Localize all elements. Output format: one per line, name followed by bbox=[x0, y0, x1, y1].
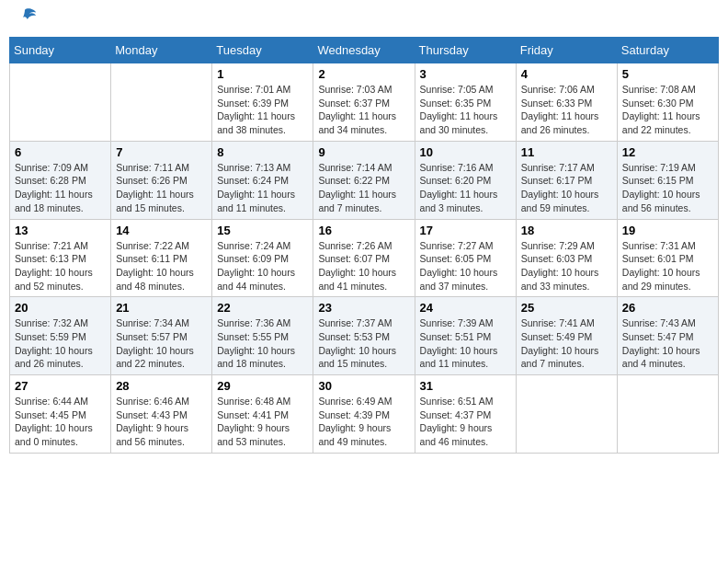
calendar-cell: 16Sunrise: 7:26 AMSunset: 6:07 PMDayligh… bbox=[313, 219, 415, 297]
day-number: 24 bbox=[420, 301, 511, 315]
day-info: Sunrise: 7:19 AMSunset: 6:15 PMDaylight:… bbox=[622, 161, 713, 215]
calendar-cell: 23Sunrise: 7:37 AMSunset: 5:53 PMDayligh… bbox=[313, 297, 415, 375]
calendar-cell: 17Sunrise: 7:27 AMSunset: 6:05 PMDayligh… bbox=[415, 219, 516, 297]
calendar-header-wednesday: Wednesday bbox=[313, 38, 415, 63]
logo bbox=[9, 9, 38, 28]
day-info: Sunrise: 7:39 AMSunset: 5:51 PMDaylight:… bbox=[420, 316, 511, 371]
day-number: 11 bbox=[521, 145, 612, 159]
calendar-cell: 14Sunrise: 7:22 AMSunset: 6:11 PMDayligh… bbox=[111, 219, 212, 297]
day-number: 17 bbox=[420, 224, 511, 237]
calendar-cell: 15Sunrise: 7:24 AMSunset: 6:09 PMDayligh… bbox=[212, 219, 313, 297]
day-number: 30 bbox=[318, 379, 409, 393]
calendar-header-tuesday: Tuesday bbox=[212, 38, 313, 63]
calendar-cell: 9Sunrise: 7:14 AMSunset: 6:22 PMDaylight… bbox=[313, 141, 415, 219]
day-number: 18 bbox=[521, 224, 612, 237]
day-info: Sunrise: 7:29 AMSunset: 6:03 PMDaylight:… bbox=[521, 239, 612, 293]
day-info: Sunrise: 7:31 AMSunset: 6:01 PMDaylight:… bbox=[622, 239, 713, 293]
calendar-week-row: 20Sunrise: 7:32 AMSunset: 5:59 PMDayligh… bbox=[10, 297, 719, 375]
day-info: Sunrise: 6:46 AMSunset: 4:43 PMDaylight:… bbox=[116, 395, 207, 449]
day-info: Sunrise: 6:49 AMSunset: 4:39 PMDaylight:… bbox=[318, 395, 409, 449]
calendar-cell: 7Sunrise: 7:11 AMSunset: 6:26 PMDaylight… bbox=[111, 141, 212, 219]
day-info: Sunrise: 6:44 AMSunset: 4:45 PMDaylight:… bbox=[15, 395, 106, 449]
calendar-cell: 18Sunrise: 7:29 AMSunset: 6:03 PMDayligh… bbox=[516, 219, 617, 297]
calendar-header-sunday: Sunday bbox=[10, 38, 111, 63]
day-number: 3 bbox=[420, 67, 511, 81]
day-info: Sunrise: 7:22 AMSunset: 6:11 PMDaylight:… bbox=[116, 239, 207, 293]
calendar-header-thursday: Thursday bbox=[415, 38, 516, 63]
calendar-cell: 21Sunrise: 7:34 AMSunset: 5:57 PMDayligh… bbox=[111, 297, 212, 375]
calendar-cell: 5Sunrise: 7:08 AMSunset: 6:30 PMDaylight… bbox=[617, 63, 718, 142]
page-header bbox=[9, 9, 719, 28]
calendar-cell: 6Sunrise: 7:09 AMSunset: 6:28 PMDaylight… bbox=[10, 141, 111, 219]
calendar-header-friday: Friday bbox=[516, 38, 617, 63]
day-number: 23 bbox=[318, 301, 409, 315]
day-number: 20 bbox=[15, 301, 106, 315]
day-info: Sunrise: 7:16 AMSunset: 6:20 PMDaylight:… bbox=[420, 161, 511, 215]
day-number: 1 bbox=[217, 67, 308, 81]
day-info: Sunrise: 7:01 AMSunset: 6:39 PMDaylight:… bbox=[217, 83, 308, 137]
day-info: Sunrise: 7:03 AMSunset: 6:37 PMDaylight:… bbox=[318, 83, 409, 137]
calendar-cell: 24Sunrise: 7:39 AMSunset: 5:51 PMDayligh… bbox=[415, 297, 516, 375]
day-number: 15 bbox=[217, 224, 308, 237]
calendar-cell: 11Sunrise: 7:17 AMSunset: 6:17 PMDayligh… bbox=[516, 141, 617, 219]
day-info: Sunrise: 7:36 AMSunset: 5:55 PMDaylight:… bbox=[217, 316, 308, 371]
day-info: Sunrise: 7:24 AMSunset: 6:09 PMDaylight:… bbox=[217, 239, 308, 293]
calendar-cell bbox=[516, 375, 617, 454]
day-number: 29 bbox=[217, 379, 308, 393]
calendar-cell: 28Sunrise: 6:46 AMSunset: 4:43 PMDayligh… bbox=[111, 375, 212, 454]
day-info: Sunrise: 7:43 AMSunset: 5:47 PMDaylight:… bbox=[622, 316, 713, 371]
calendar-week-row: 13Sunrise: 7:21 AMSunset: 6:13 PMDayligh… bbox=[10, 219, 719, 297]
day-info: Sunrise: 7:34 AMSunset: 5:57 PMDaylight:… bbox=[116, 316, 207, 371]
calendar-cell: 2Sunrise: 7:03 AMSunset: 6:37 PMDaylight… bbox=[313, 63, 415, 142]
calendar-cell: 29Sunrise: 6:48 AMSunset: 4:41 PMDayligh… bbox=[212, 375, 313, 454]
calendar-cell: 4Sunrise: 7:06 AMSunset: 6:33 PMDaylight… bbox=[516, 63, 617, 142]
calendar-cell: 31Sunrise: 6:51 AMSunset: 4:37 PMDayligh… bbox=[415, 375, 516, 454]
day-info: Sunrise: 6:51 AMSunset: 4:37 PMDaylight:… bbox=[420, 395, 511, 449]
calendar-cell: 8Sunrise: 7:13 AMSunset: 6:24 PMDaylight… bbox=[212, 141, 313, 219]
day-number: 14 bbox=[116, 224, 207, 237]
day-number: 21 bbox=[116, 301, 207, 315]
day-number: 22 bbox=[217, 301, 308, 315]
logo-bird-icon bbox=[12, 6, 38, 31]
calendar-cell: 3Sunrise: 7:05 AMSunset: 6:35 PMDaylight… bbox=[415, 63, 516, 142]
day-number: 27 bbox=[15, 379, 106, 393]
calendar-cell: 27Sunrise: 6:44 AMSunset: 4:45 PMDayligh… bbox=[10, 375, 111, 454]
calendar-week-row: 27Sunrise: 6:44 AMSunset: 4:45 PMDayligh… bbox=[10, 375, 719, 454]
calendar-cell: 20Sunrise: 7:32 AMSunset: 5:59 PMDayligh… bbox=[10, 297, 111, 375]
day-info: Sunrise: 7:37 AMSunset: 5:53 PMDaylight:… bbox=[318, 316, 409, 371]
calendar-cell bbox=[111, 63, 212, 142]
calendar-cell: 30Sunrise: 6:49 AMSunset: 4:39 PMDayligh… bbox=[313, 375, 415, 454]
day-info: Sunrise: 6:48 AMSunset: 4:41 PMDaylight:… bbox=[217, 395, 308, 449]
day-info: Sunrise: 7:27 AMSunset: 6:05 PMDaylight:… bbox=[420, 239, 511, 293]
calendar-cell bbox=[10, 63, 111, 142]
day-info: Sunrise: 7:09 AMSunset: 6:28 PMDaylight:… bbox=[15, 161, 106, 215]
day-number: 4 bbox=[521, 67, 612, 81]
calendar-header-monday: Monday bbox=[111, 38, 212, 63]
calendar-cell: 26Sunrise: 7:43 AMSunset: 5:47 PMDayligh… bbox=[617, 297, 718, 375]
day-info: Sunrise: 7:05 AMSunset: 6:35 PMDaylight:… bbox=[420, 83, 511, 137]
day-number: 9 bbox=[318, 145, 409, 159]
calendar-header-saturday: Saturday bbox=[617, 38, 718, 63]
day-number: 10 bbox=[420, 145, 511, 159]
day-info: Sunrise: 7:11 AMSunset: 6:26 PMDaylight:… bbox=[116, 161, 207, 215]
day-number: 31 bbox=[420, 379, 511, 393]
calendar-table: SundayMondayTuesdayWednesdayThursdayFrid… bbox=[9, 37, 719, 454]
day-info: Sunrise: 7:06 AMSunset: 6:33 PMDaylight:… bbox=[521, 83, 612, 137]
day-info: Sunrise: 7:21 AMSunset: 6:13 PMDaylight:… bbox=[15, 239, 106, 293]
day-info: Sunrise: 7:17 AMSunset: 6:17 PMDaylight:… bbox=[521, 161, 612, 215]
day-number: 2 bbox=[318, 67, 409, 81]
calendar-cell: 25Sunrise: 7:41 AMSunset: 5:49 PMDayligh… bbox=[516, 297, 617, 375]
day-info: Sunrise: 7:32 AMSunset: 5:59 PMDaylight:… bbox=[15, 316, 106, 371]
calendar-cell: 22Sunrise: 7:36 AMSunset: 5:55 PMDayligh… bbox=[212, 297, 313, 375]
calendar-header-row: SundayMondayTuesdayWednesdayThursdayFrid… bbox=[10, 38, 719, 63]
day-number: 13 bbox=[15, 224, 106, 237]
calendar-week-row: 1Sunrise: 7:01 AMSunset: 6:39 PMDaylight… bbox=[10, 63, 719, 142]
day-number: 19 bbox=[622, 224, 713, 237]
calendar-cell: 19Sunrise: 7:31 AMSunset: 6:01 PMDayligh… bbox=[617, 219, 718, 297]
day-info: Sunrise: 7:08 AMSunset: 6:30 PMDaylight:… bbox=[622, 83, 713, 137]
day-number: 16 bbox=[318, 224, 409, 237]
day-number: 12 bbox=[622, 145, 713, 159]
day-number: 5 bbox=[622, 67, 713, 81]
day-number: 7 bbox=[116, 145, 207, 159]
day-number: 28 bbox=[116, 379, 207, 393]
